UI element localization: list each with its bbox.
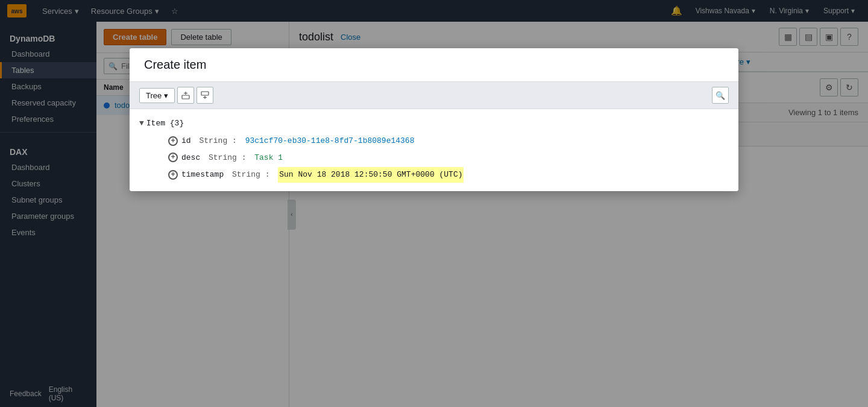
- tree-root-item: ▼ Item {3}: [139, 116, 729, 130]
- add-row-above-icon[interactable]: [177, 87, 194, 104]
- modal-header: Create item: [130, 48, 738, 82]
- tree-view-dropdown[interactable]: Tree ▾: [139, 88, 175, 103]
- add-row-below-icon[interactable]: [197, 87, 213, 104]
- create-item-modal: Create item Tree ▾: [130, 48, 738, 191]
- field-name-timestamp: timestamp: [181, 168, 224, 181]
- field-type-timestamp: String :: [227, 168, 274, 181]
- add-field-timestamp-button[interactable]: +: [168, 170, 178, 180]
- svg-rect-0: [182, 95, 189, 99]
- svg-rect-3: [201, 92, 209, 95]
- tree-field-id: + id String : 93c1cf70-eb30-11e8-8fd7-1b…: [139, 133, 729, 149]
- field-value-id: 93c1cf70-eb30-11e8-8fd7-1b8089e14368: [245, 134, 415, 148]
- field-type-id: String :: [195, 134, 242, 148]
- modal-toolbar: Tree ▾ 🔍: [130, 82, 738, 109]
- field-value-desc: Task 1: [254, 151, 283, 165]
- tree-field-timestamp: + timestamp String : Sun Nov 18 2018 12:…: [139, 166, 729, 183]
- modal-overlay[interactable]: Create item Tree ▾: [0, 0, 868, 407]
- add-field-id-button[interactable]: +: [168, 136, 178, 146]
- modal-search-icon[interactable]: 🔍: [712, 87, 729, 104]
- field-name-desc: desc: [181, 151, 200, 165]
- field-type-desc: String :: [204, 151, 251, 165]
- modal-body: Tree ▾ 🔍: [130, 82, 738, 191]
- tree-content: ▼ Item {3} + id String : 93c1cf70-eb30-1…: [130, 109, 738, 191]
- field-name-id: id: [181, 134, 191, 148]
- modal-title: Create item: [144, 58, 206, 71]
- tree-expand-arrow[interactable]: ▼: [139, 116, 144, 130]
- tree-root-label: Item {3}: [146, 116, 184, 130]
- add-field-desc-button[interactable]: +: [168, 153, 178, 162]
- tree-field-desc: + desc String : Task 1: [139, 150, 729, 166]
- field-value-timestamp: Sun Nov 18 2018 12:50:50 GMT+0000 (UTC): [278, 167, 464, 182]
